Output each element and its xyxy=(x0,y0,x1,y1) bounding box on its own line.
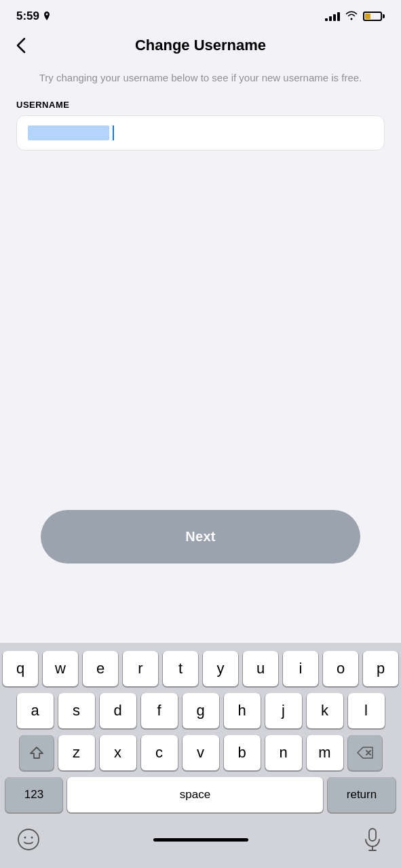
keyboard: q w e r t y u i o p a s d f g h j k l z … xyxy=(0,643,401,868)
svg-rect-3 xyxy=(369,829,376,841)
next-button[interactable]: Next xyxy=(41,510,360,564)
microphone-button[interactable] xyxy=(358,825,387,854)
subtitle-text: Try changing your username below to see … xyxy=(16,71,385,86)
svg-point-1 xyxy=(24,837,26,839)
status-time: 5:59 xyxy=(16,9,51,23)
key-p[interactable]: p xyxy=(363,651,398,686)
key-n[interactable]: n xyxy=(265,735,302,770)
battery-icon xyxy=(363,12,385,21)
shift-key[interactable] xyxy=(20,735,54,770)
emoji-button[interactable] xyxy=(14,825,43,854)
space-key[interactable]: space xyxy=(67,777,323,812)
text-cursor xyxy=(113,125,114,140)
return-key[interactable]: return xyxy=(328,777,396,812)
back-button[interactable] xyxy=(14,35,28,56)
next-button-container: Next xyxy=(0,510,401,564)
wifi-icon xyxy=(345,11,358,22)
key-a[interactable]: a xyxy=(17,693,54,728)
keyboard-row-4: 123 space return xyxy=(3,777,398,812)
signal-bars-icon xyxy=(325,12,340,21)
keyboard-row-2: a s d f g h j k l xyxy=(3,693,398,728)
key-l[interactable]: l xyxy=(348,693,385,728)
keyboard-bottom-bar xyxy=(3,821,398,868)
keyboard-row-3: z x c v b n m xyxy=(3,735,398,770)
key-y[interactable]: y xyxy=(203,651,238,686)
key-b[interactable]: b xyxy=(224,735,261,770)
key-f[interactable]: f xyxy=(141,693,178,728)
location-icon xyxy=(43,12,51,21)
key-g[interactable]: g xyxy=(183,693,219,728)
key-c[interactable]: c xyxy=(141,735,178,770)
key-r[interactable]: r xyxy=(123,651,158,686)
username-input-wrapper[interactable] xyxy=(16,115,385,151)
key-m[interactable]: m xyxy=(307,735,343,770)
key-u[interactable]: u xyxy=(243,651,278,686)
key-z[interactable]: z xyxy=(58,735,95,770)
username-field-label: USERNAME xyxy=(16,100,385,110)
key-s[interactable]: s xyxy=(58,693,95,728)
key-x[interactable]: x xyxy=(100,735,136,770)
status-icons xyxy=(325,11,385,22)
selected-text-highlight xyxy=(28,125,109,140)
svg-point-0 xyxy=(18,829,39,850)
key-w[interactable]: w xyxy=(43,651,78,686)
key-t[interactable]: t xyxy=(163,651,198,686)
keyboard-row-1: q w e r t y u i o p xyxy=(3,651,398,686)
key-q[interactable]: q xyxy=(3,651,38,686)
delete-key[interactable] xyxy=(348,735,382,770)
page-title: Change Username xyxy=(135,37,266,54)
key-e[interactable]: e xyxy=(83,651,118,686)
key-d[interactable]: d xyxy=(100,693,136,728)
numbers-key[interactable]: 123 xyxy=(5,777,62,812)
page-content: Try changing your username below to see … xyxy=(0,60,401,151)
key-h[interactable]: h xyxy=(224,693,261,728)
key-i[interactable]: i xyxy=(283,651,318,686)
key-j[interactable]: j xyxy=(265,693,302,728)
page-header: Change Username xyxy=(0,28,401,60)
key-o[interactable]: o xyxy=(323,651,358,686)
status-bar: 5:59 xyxy=(0,0,401,28)
key-k[interactable]: k xyxy=(307,693,343,728)
key-v[interactable]: v xyxy=(183,735,219,770)
home-indicator xyxy=(153,838,248,842)
svg-point-2 xyxy=(31,837,33,839)
